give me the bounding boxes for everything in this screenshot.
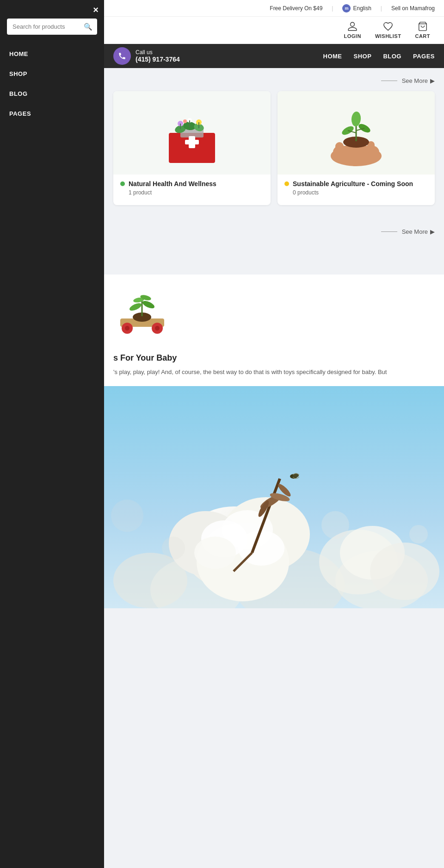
section2: See More ▶ bbox=[104, 219, 444, 275]
cat-name-text-2: Sustainable Agriculture - Coming Soon bbox=[293, 180, 413, 187]
blog-title: s For Your Baby bbox=[113, 353, 435, 363]
language-icon: m bbox=[342, 4, 351, 12]
nav-links: HOME SHOP BLOG PAGES bbox=[323, 50, 435, 62]
nav-shop[interactable]: SHOP bbox=[354, 50, 372, 62]
svg-point-11 bbox=[183, 119, 187, 123]
svg-point-36 bbox=[125, 326, 130, 331]
wishlist-button[interactable]: WISHLIST bbox=[375, 21, 401, 39]
main-content: Free Delivery On $49 | m English | Sell … bbox=[104, 0, 444, 868]
svg-point-66 bbox=[111, 500, 143, 532]
nav-pages[interactable]: PAGES bbox=[413, 50, 435, 62]
svg-point-38 bbox=[155, 326, 160, 331]
user-icon bbox=[347, 21, 358, 31]
svg-point-63 bbox=[321, 511, 349, 539]
see-more-label-1: See More bbox=[402, 77, 428, 84]
see-more-line-2 bbox=[381, 231, 397, 232]
cotton-section bbox=[104, 386, 444, 608]
close-icon[interactable]: × bbox=[93, 5, 99, 15]
call-label: Call us bbox=[136, 49, 180, 56]
blog-excerpt: 's play, play, play! And, of course, the… bbox=[113, 368, 435, 377]
categories-row: Natural Health And Wellness 1 product bbox=[113, 91, 435, 205]
svg-point-64 bbox=[162, 537, 185, 560]
cotton-field-illustration bbox=[104, 386, 444, 608]
cart-button[interactable]: CART bbox=[415, 21, 430, 39]
blog-section: s For Your Baby 's play, play, play! And… bbox=[104, 275, 444, 386]
login-button[interactable]: LOGIN bbox=[344, 21, 361, 39]
hand-plant-illustration bbox=[314, 96, 398, 170]
toy-illustration bbox=[113, 284, 173, 344]
category-info-2: Sustainable Agriculture - Coming Soon 0 … bbox=[278, 175, 435, 198]
toy-illustration-container bbox=[113, 284, 173, 344]
arrow-icon-1: ▶ bbox=[430, 77, 435, 84]
sidebar-item-blog[interactable]: BLOG bbox=[0, 84, 104, 104]
language-selector[interactable]: m English bbox=[342, 4, 371, 12]
svg-point-31 bbox=[129, 302, 142, 312]
phone-number: (415) 917-3764 bbox=[136, 56, 180, 63]
see-more-link-2[interactable]: See More ▶ bbox=[381, 228, 435, 235]
heart-icon bbox=[383, 21, 393, 31]
categories-section: See More ▶ bbox=[104, 68, 444, 219]
divider1: | bbox=[332, 5, 333, 12]
search-icon: 🔍 bbox=[84, 23, 92, 31]
category-name-1: Natural Health And Wellness bbox=[120, 180, 264, 187]
delivery-notice: Free Delivery On $49 bbox=[270, 5, 322, 12]
sidebar-item-shop[interactable]: SHOP bbox=[0, 64, 104, 84]
arrow-icon-2: ▶ bbox=[430, 228, 435, 235]
svg-point-65 bbox=[409, 525, 428, 543]
sell-link[interactable]: Sell on Mamafrog bbox=[391, 5, 435, 12]
divider2: | bbox=[381, 5, 382, 12]
sidebar-item-home[interactable]: HOME bbox=[0, 44, 104, 64]
sidebar-search-container: 🔍 bbox=[7, 19, 97, 35]
see-more-row-2: See More ▶ bbox=[113, 228, 435, 235]
category-card-1[interactable]: Natural Health And Wellness 1 product bbox=[113, 91, 271, 205]
category-count-2: 0 products bbox=[293, 189, 428, 196]
header-icons: LOGIN WISHLIST CART bbox=[104, 17, 444, 44]
svg-rect-17 bbox=[335, 142, 344, 154]
sidebar-item-pages[interactable]: PAGES bbox=[0, 104, 104, 124]
wishlist-label: WISHLIST bbox=[375, 33, 401, 39]
nav-bar: Call us (415) 917-3764 HOME SHOP BLOG PA… bbox=[104, 44, 444, 68]
call-section: Call us (415) 917-3764 bbox=[113, 47, 180, 65]
phone-icon bbox=[118, 52, 126, 60]
cart-label: CART bbox=[415, 33, 430, 39]
cat-dot-1 bbox=[120, 181, 125, 186]
cart-icon bbox=[418, 21, 428, 31]
cat-name-text-1: Natural Health And Wellness bbox=[129, 180, 216, 187]
top-bar: Free Delivery On $49 | m English | Sell … bbox=[104, 0, 444, 17]
category-card-2[interactable]: Sustainable Agriculture - Coming Soon 0 … bbox=[278, 91, 435, 205]
sidebar-nav: HOME SHOP BLOG PAGES bbox=[0, 44, 104, 124]
nav-home[interactable]: HOME bbox=[323, 50, 342, 62]
svg-rect-4 bbox=[189, 136, 195, 148]
category-img-2 bbox=[278, 91, 435, 175]
category-count-1: 1 product bbox=[129, 189, 264, 196]
svg-point-50 bbox=[194, 537, 236, 569]
see-more-link-1[interactable]: See More ▶ bbox=[381, 77, 435, 84]
see-more-line bbox=[381, 81, 397, 81]
category-img-1 bbox=[113, 91, 271, 175]
category-info-1: Natural Health And Wellness 1 product bbox=[113, 175, 271, 198]
herb-box-illustration bbox=[155, 96, 229, 170]
sidebar: × 🔍 HOME SHOP BLOG PAGES bbox=[0, 0, 104, 868]
call-icon bbox=[113, 47, 131, 65]
svg-point-32 bbox=[142, 300, 155, 310]
see-more-label-2: See More bbox=[402, 228, 428, 235]
cat-dot-2 bbox=[284, 181, 289, 186]
language-label: English bbox=[353, 5, 371, 12]
category-name-2: Sustainable Agriculture - Coming Soon bbox=[284, 180, 428, 187]
nav-blog[interactable]: BLOG bbox=[383, 50, 401, 62]
login-label: LOGIN bbox=[344, 33, 361, 39]
svg-point-62 bbox=[370, 543, 439, 600]
call-text-block: Call us (415) 917-3764 bbox=[136, 49, 180, 63]
blog-item: s For Your Baby 's play, play, play! And… bbox=[113, 284, 435, 377]
see-more-row-1: See More ▶ bbox=[113, 77, 435, 84]
